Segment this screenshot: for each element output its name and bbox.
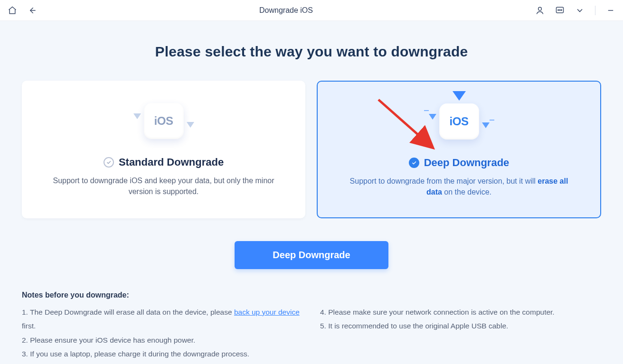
deep-card-title: Deep Downgrade [424, 157, 510, 169]
window-title: Downgrade iOS [259, 6, 313, 15]
standard-illustration: iOS [144, 94, 184, 148]
svg-point-4 [561, 9, 562, 10]
deep-card-desc: Support to downgrade from the major vers… [345, 176, 573, 197]
notes-col-right: 4. Please make sure your network connect… [320, 305, 601, 361]
standard-card-desc: Support to downgrade iOS and keep your d… [50, 175, 278, 197]
card-standard-downgrade[interactable]: iOS Standard Downgrade Support to downgr… [22, 81, 305, 218]
titlebar: Downgrade iOS [0, 0, 623, 21]
svg-point-0 [538, 7, 542, 10]
annotation-arrow-icon [375, 96, 441, 153]
note-item: 1. The Deep Downgrade will erase all dat… [22, 305, 303, 333]
notes-section: Notes before you downgrade: 1. The Deep … [22, 291, 601, 361]
main-content: Please select the way you want to downgr… [0, 21, 623, 364]
arrow-down-icon [482, 122, 490, 128]
arrow-down-icon [133, 113, 141, 119]
desc-prefix: Support to downgrade from the major vers… [350, 177, 538, 185]
arrow-down-icon [429, 114, 436, 120]
notes-title: Notes before you downgrade: [22, 291, 601, 299]
minimize-button[interactable] [604, 4, 617, 17]
card-deep-downgrade[interactable]: iOS Deep Downgrade Support to downgrade … [317, 81, 601, 218]
option-cards-row: iOS Standard Downgrade Support to downgr… [22, 81, 601, 218]
deep-downgrade-button[interactable]: Deep Downgrade [235, 241, 388, 269]
chevron-down-icon[interactable] [573, 4, 586, 17]
svg-point-2 [558, 9, 559, 10]
separator [595, 6, 595, 15]
note-item: 5. It is recommended to use the original… [320, 319, 601, 333]
backup-link[interactable]: back up your device [234, 308, 300, 316]
back-button[interactable] [26, 4, 39, 17]
desc-suffix: on the device. [442, 188, 491, 196]
radio-selected-icon [409, 158, 419, 168]
home-button[interactable] [6, 4, 19, 17]
ios-box-icon: iOS [144, 103, 184, 139]
standard-card-title: Standard Downgrade [119, 156, 224, 168]
svg-line-5 [378, 100, 428, 143]
ios-label: iOS [154, 114, 173, 128]
ios-box-icon: iOS [439, 103, 479, 140]
radio-unselected-icon [104, 157, 114, 168]
note-item: 3. If you use a laptop, please charge it… [22, 347, 303, 361]
big-arrow-down-icon [453, 91, 466, 101]
deep-illustration: iOS [439, 95, 479, 148]
ios-label: iOS [450, 115, 469, 128]
account-icon[interactable] [533, 4, 547, 17]
note-item: 4. Please make sure your network connect… [320, 305, 601, 319]
feedback-icon[interactable] [553, 4, 566, 17]
svg-point-3 [559, 9, 560, 10]
note-item: 2. Please ensure your iOS device has eno… [22, 333, 303, 347]
notes-col-left: 1. The Deep Downgrade will erase all dat… [22, 305, 303, 361]
arrow-down-icon [187, 122, 194, 128]
page-heading: Please select the way you want to downgr… [22, 21, 601, 81]
